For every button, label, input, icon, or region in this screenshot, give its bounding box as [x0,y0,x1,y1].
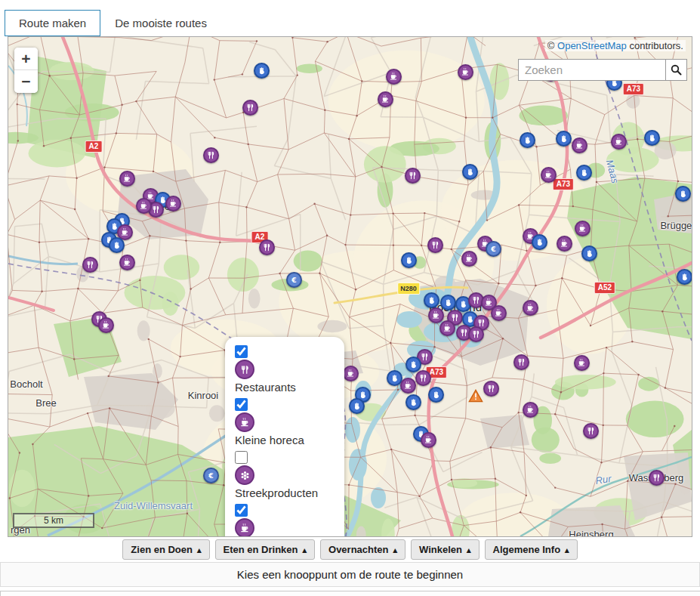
hand-icon [647,133,657,143]
coffee-cup-icon [381,94,390,104]
map-marker-restaurant[interactable] [583,423,599,439]
map-marker-horeca[interactable] [136,198,152,214]
hand-icon [559,134,569,144]
map-marker-restaurant[interactable] [242,100,258,116]
map-marker-horeca[interactable] [541,167,557,183]
map-marker-poi[interactable] [520,132,535,148]
map-marker-horeca[interactable] [386,69,402,85]
map-marker-horeca[interactable] [461,251,477,267]
map-marker-horeca[interactable] [523,402,538,418]
map-marker-horeca[interactable] [378,91,393,107]
hand-icon [579,168,589,178]
map-marker-restaurant[interactable] [405,168,421,184]
map-marker-poi[interactable] [440,295,456,310]
hand-icon [458,299,468,309]
tab-mooiste-routes[interactable]: De mooiste routes [100,10,221,36]
map-marker-horeca[interactable] [575,221,591,236]
map-marker-poi[interactable] [424,292,439,308]
map-marker-horeca[interactable] [491,305,507,321]
map-marker-poi[interactable] [675,186,691,202]
map-marker-horeca[interactable] [572,137,587,153]
coffee-cup-icon [139,201,149,211]
map-marker-restaurant[interactable] [649,470,665,486]
fork-knife-icon [420,352,430,362]
map-marker-poi[interactable] [349,398,365,414]
category-button[interactable]: Overnachten ▴ [320,539,406,560]
map-marker-poi[interactable] [428,387,444,403]
filter-icon [235,412,254,432]
map-marker-poi[interactable] [406,394,421,410]
hand-icon [404,255,414,265]
category-label: Zien en Doen [131,544,193,555]
map-marker-poi[interactable] [109,237,125,253]
map-marker-restaurant[interactable] [259,239,275,255]
map-marker-horeca[interactable] [119,255,135,270]
map-marker-horeca[interactable] [98,317,114,333]
fork-knife-icon [459,328,469,338]
map-marker-poi[interactable] [406,357,421,372]
filter-checkbox[interactable] [235,398,248,411]
filter-label: Restaurants [235,381,296,394]
map-marker-horeca[interactable] [119,171,135,187]
flower-icon [239,470,251,481]
map-marker-horeca[interactable] [557,236,572,252]
map-marker-horeca[interactable] [523,300,538,316]
map-marker-horeca[interactable] [400,378,416,394]
collapse-arrow-icon: ▴ [467,546,471,554]
zoom-in-button[interactable]: + [14,48,38,70]
map-marker-horeca[interactable] [343,366,359,381]
category-label: Eten en Drinken [224,544,298,555]
map-marker-warning[interactable] [467,388,484,403]
filter-item: Terras/Lounge [235,504,338,537]
map[interactable]: WeertRoermondBocholtBreeKinrooiBrüggenWa… [8,36,692,537]
search-input[interactable] [518,59,666,81]
hand-icon [409,397,418,407]
scale-bar: 5 km [13,513,94,528]
map-marker-restaurant[interactable] [82,257,98,273]
map-marker-restaurant[interactable] [483,381,499,397]
map-marker-restaurant[interactable] [203,147,219,163]
map-marker-horeca[interactable] [574,355,590,371]
map-marker-poi[interactable] [644,130,660,146]
category-button[interactable]: Algemene Info ▴ [485,539,578,560]
coffee-cup-icon [168,199,178,208]
category-button[interactable]: Eten en Drinken ▴ [215,539,316,560]
map-marker-euro[interactable]: € [486,241,501,257]
map-marker-horeca[interactable] [421,432,436,448]
openstreetmap-link[interactable]: OpenStreetMap [557,40,627,51]
tab-route-maken[interactable]: Route maken [5,10,100,36]
collapse-arrow-icon: ▴ [393,546,398,554]
map-marker-euro[interactable]: € [203,468,219,483]
map-marker-poi[interactable] [462,164,478,180]
map-marker-poi[interactable] [677,269,692,285]
map-marker-poi[interactable] [401,252,417,268]
map-marker-poi[interactable] [254,63,270,79]
map-marker-horeca[interactable] [165,196,181,212]
coffee-cup-icon [544,170,554,180]
map-marker-horeca[interactable] [439,320,455,336]
map-marker-restaurant[interactable] [513,354,529,370]
map-marker-restaurant[interactable] [427,237,443,253]
map-marker-restaurant[interactable] [415,370,431,386]
map-marker-horeca[interactable] [428,307,444,323]
map-marker-restaurant[interactable] [468,326,484,342]
map-marker-poi[interactable] [576,165,592,181]
status-message: Kies een knooppunt om de route te beginn… [0,562,700,587]
filter-checkbox[interactable] [235,345,248,358]
map-marker-euro[interactable]: € [286,272,302,288]
category-button[interactable]: Zien en Doen ▴ [122,539,209,560]
fork-knife-icon [652,473,661,483]
category-button[interactable]: Winkelen ▴ [411,539,479,560]
hand-icon [523,135,532,145]
euro-icon: € [489,244,498,254]
coffee-cup-icon [443,323,452,333]
map-marker-horeca[interactable] [611,134,627,150]
filter-checkbox[interactable] [235,504,248,517]
map-marker-poi[interactable] [581,246,597,261]
zoom-out-button[interactable]: − [14,70,38,93]
filter-checkbox[interactable] [235,451,248,464]
map-marker-horeca[interactable] [458,64,473,80]
map-marker-poi[interactable] [532,234,547,250]
map-marker-poi[interactable] [556,131,572,147]
search-button[interactable] [666,59,687,81]
